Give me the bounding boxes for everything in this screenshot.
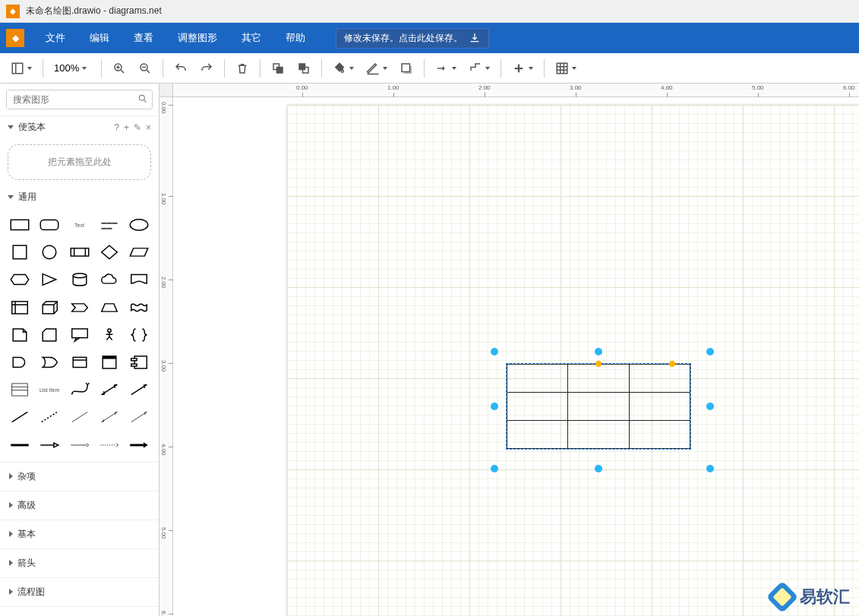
shape-rect[interactable] <box>6 213 33 237</box>
shadow-button[interactable] <box>395 58 418 79</box>
category-flowchart[interactable]: 流程图 <box>0 577 159 606</box>
shape-internal-storage[interactable] <box>6 295 33 320</box>
shape-list[interactable] <box>6 377 33 402</box>
shape-link2[interactable] <box>36 433 62 457</box>
undo-button[interactable] <box>169 58 192 79</box>
vertical-ruler[interactable]: 0.00 1.00 2.00 3.00 4.00 5.00 6.00 <box>159 97 173 616</box>
shape-link4[interactable] <box>96 433 122 457</box>
shape-circle[interactable] <box>36 240 62 264</box>
shape-step[interactable] <box>66 295 93 320</box>
shape-trapezoid[interactable] <box>96 295 122 320</box>
shape-callout[interactable] <box>66 323 93 347</box>
category-er[interactable]: 实体关系 <box>0 606 159 616</box>
to-back-button[interactable] <box>292 58 315 79</box>
shape-textbox[interactable]: ▬▬▬▬▬ <box>96 213 122 237</box>
category-misc[interactable]: 杂项 <box>0 462 159 491</box>
shape-frame[interactable] <box>96 350 122 374</box>
shape-diamond[interactable] <box>96 240 122 264</box>
scratchpad-add[interactable]: + <box>124 122 129 133</box>
shape-document[interactable] <box>126 267 153 292</box>
shape-square[interactable] <box>6 240 33 264</box>
connection-button[interactable] <box>431 58 461 79</box>
connection-point[interactable] <box>669 361 675 367</box>
shape-link[interactable] <box>6 433 33 457</box>
scratchpad-help[interactable]: ? <box>114 122 119 133</box>
table-button[interactable] <box>551 58 581 79</box>
shape-arrow[interactable] <box>126 377 153 402</box>
selected-table[interactable] <box>506 363 691 450</box>
menu-view[interactable]: 查看 <box>122 23 166 53</box>
table-shape[interactable] <box>507 364 690 449</box>
resize-handle-n[interactable] <box>595 348 602 355</box>
shape-component[interactable] <box>126 350 153 374</box>
shape-link3[interactable] <box>66 433 93 457</box>
line-color-button[interactable] <box>362 58 392 79</box>
waypoint-button[interactable] <box>464 58 494 79</box>
shape-cloud[interactable] <box>96 267 122 292</box>
shape-line2[interactable] <box>66 405 93 429</box>
zoom-in-button[interactable] <box>108 58 131 79</box>
search-icon[interactable] <box>133 93 153 106</box>
shape-curly[interactable] <box>126 323 153 347</box>
horizontal-ruler[interactable]: 0.00 1.00 2.00 3.00 4.00 5.00 6.00 <box>173 84 859 97</box>
rotate-handle[interactable] <box>595 361 602 367</box>
shape-or[interactable] <box>36 350 62 374</box>
redo-button[interactable] <box>195 58 218 79</box>
page[interactable] <box>287 105 859 616</box>
resize-handle-se[interactable] <box>706 465 714 472</box>
resize-handle-w[interactable] <box>491 403 498 410</box>
menu-extras[interactable]: 其它 <box>229 23 273 53</box>
shape-cylinder[interactable] <box>66 267 93 292</box>
category-arrows[interactable]: 箭头 <box>0 548 159 577</box>
shape-rounded[interactable] <box>36 213 62 237</box>
shape-cube[interactable] <box>36 295 62 320</box>
shape-bidir-arrow[interactable] <box>96 377 122 402</box>
menu-edit[interactable]: 编辑 <box>77 23 122 53</box>
shape-card[interactable] <box>36 323 62 347</box>
shape-tape[interactable] <box>126 295 153 320</box>
general-header[interactable]: 通用 <box>0 186 159 208</box>
resize-handle-s[interactable] <box>595 465 602 472</box>
shape-triangle[interactable] <box>36 267 62 292</box>
shape-curve[interactable] <box>66 377 93 402</box>
shape-ellipse[interactable] <box>126 213 153 237</box>
zoom-out-button[interactable] <box>134 58 156 79</box>
shape-dashed-line[interactable] <box>36 405 62 429</box>
fill-color-button[interactable] <box>328 58 358 79</box>
resize-handle-sw[interactable] <box>491 465 498 472</box>
shape-process[interactable] <box>66 240 93 264</box>
menu-help[interactable]: 帮助 <box>273 23 317 53</box>
to-front-button[interactable] <box>267 58 289 79</box>
scratchpad-close[interactable]: × <box>146 122 151 133</box>
shape-parallelogram[interactable] <box>126 240 153 264</box>
shape-and[interactable] <box>6 350 33 374</box>
shape-hexagon[interactable] <box>6 267 33 292</box>
search-input[interactable] <box>7 90 133 109</box>
shape-bidir-thin[interactable] <box>96 405 122 429</box>
scratchpad-header[interactable]: 便笺本 ? + ✎ × <box>0 116 159 138</box>
category-basic[interactable]: 基本 <box>0 520 159 548</box>
view-toggle-button[interactable] <box>6 58 36 79</box>
zoom-level[interactable]: 100% <box>49 61 95 75</box>
save-notice[interactable]: 修改未保存。点击此处保存。 <box>336 28 489 49</box>
category-advanced[interactable]: 高级 <box>0 491 159 520</box>
resize-handle-nw[interactable] <box>491 348 498 355</box>
shape-note[interactable] <box>6 323 33 347</box>
shape-line[interactable] <box>6 405 33 429</box>
delete-button[interactable] <box>231 58 254 79</box>
shape-link5[interactable] <box>126 433 153 457</box>
menu-file[interactable]: 文件 <box>33 23 77 53</box>
shape-text[interactable]: Text <box>66 213 93 237</box>
scratchpad-dropzone[interactable]: 把元素拖至此处 <box>8 144 151 180</box>
scratchpad-edit[interactable]: ✎ <box>134 122 141 133</box>
add-button[interactable] <box>507 58 538 79</box>
menu-arrange[interactable]: 调整图形 <box>166 23 229 53</box>
shape-actor[interactable] <box>96 323 122 347</box>
drawing-canvas[interactable] <box>173 97 859 616</box>
menu-app-icon[interactable]: ◆ <box>6 29 24 47</box>
shape-list-item[interactable]: List Item <box>36 377 62 402</box>
resize-handle-ne[interactable] <box>706 348 714 355</box>
shape-datastore[interactable] <box>66 350 93 374</box>
resize-handle-e[interactable] <box>706 403 714 410</box>
shape-arrow-thin[interactable] <box>126 405 153 429</box>
